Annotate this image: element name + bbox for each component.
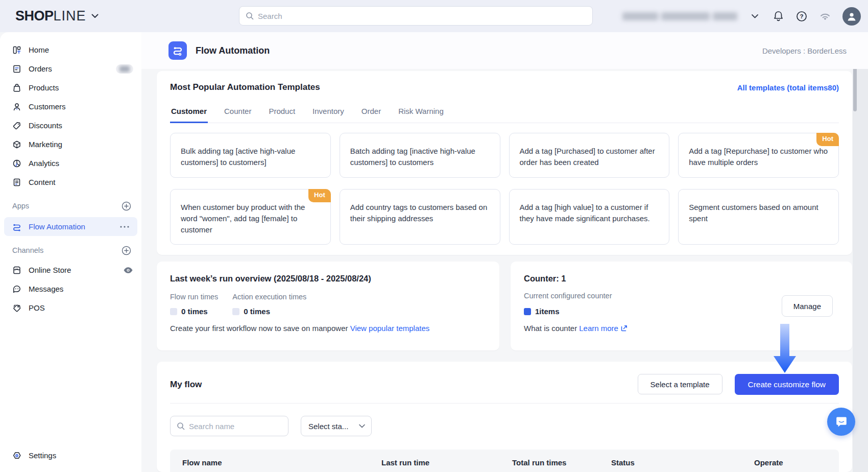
chevron-down-icon[interactable] bbox=[91, 14, 99, 18]
metric-label: Flow run times bbox=[170, 293, 218, 301]
status-filter-value: Select sta... bbox=[308, 422, 348, 431]
metric-flow-run-times: Flow run times 0 times bbox=[170, 293, 218, 316]
network-wifi-icon[interactable] bbox=[819, 10, 831, 22]
view-popular-templates-link[interactable]: View popular templates bbox=[350, 324, 430, 333]
products-icon bbox=[12, 83, 21, 92]
chat-widget-button[interactable] bbox=[827, 408, 855, 436]
annotation-arrow-down bbox=[774, 324, 796, 373]
sidebar: Home Orders Products Customers Discounts… bbox=[0, 32, 141, 472]
tab-risk-warning[interactable]: Risk Warning bbox=[397, 103, 445, 123]
template-tabs: Customer Counter Product Inventory Order… bbox=[170, 103, 839, 123]
sidebar-item-discounts[interactable]: Discounts bbox=[0, 116, 141, 135]
sidebar-item-customers[interactable]: Customers bbox=[0, 97, 141, 116]
screen: SHOPLINE ? bbox=[0, 0, 868, 472]
sidebar-item-label: Content bbox=[29, 178, 56, 186]
counter-value: 1items bbox=[535, 307, 560, 316]
sidebar-item-orders[interactable]: Orders bbox=[0, 59, 141, 78]
column-header-status[interactable]: Status bbox=[611, 458, 754, 467]
sidebar-item-home[interactable]: Home bbox=[0, 40, 141, 59]
breadcrumb: Developers : BorderLess bbox=[762, 46, 847, 55]
flow-search[interactable] bbox=[170, 416, 288, 436]
counter-title: Counter: 1 bbox=[524, 274, 839, 284]
content: Most Popular Automation Templates All te… bbox=[141, 69, 853, 472]
shopline-logo[interactable]: SHOPLINE bbox=[15, 8, 99, 24]
home-icon bbox=[12, 45, 21, 55]
sidebar-item-marketing[interactable]: Marketing bbox=[0, 135, 141, 154]
more-icon[interactable] bbox=[120, 226, 129, 228]
column-header-operate[interactable]: Operate bbox=[754, 458, 783, 467]
notifications-bell-icon[interactable] bbox=[772, 10, 784, 22]
template-card[interactable]: Bulk adding tag [active high-value custo… bbox=[170, 133, 331, 178]
sidebar-item-online-store[interactable]: Online Store bbox=[0, 261, 141, 279]
avatar[interactable] bbox=[842, 7, 861, 26]
visibility-eye-icon[interactable] bbox=[123, 267, 133, 274]
learn-more-link[interactable]: Learn more bbox=[579, 324, 618, 333]
template-card[interactable]: Add a tag [high value] to a customer if … bbox=[509, 189, 670, 245]
orders-icon bbox=[12, 64, 21, 74]
flow-search-input[interactable] bbox=[189, 422, 282, 431]
divider bbox=[170, 403, 839, 404]
search-icon bbox=[177, 422, 185, 430]
sidebar-item-content[interactable]: Content bbox=[0, 173, 141, 192]
select-template-button[interactable]: Select a template bbox=[638, 374, 722, 394]
sidebar-item-label: Messages bbox=[29, 285, 63, 293]
template-card[interactable]: Batch adding tag [inactive high-value cu… bbox=[340, 133, 500, 178]
discounts-icon bbox=[12, 121, 21, 130]
messages-icon bbox=[12, 285, 21, 294]
sidebar-item-flow-automation[interactable]: Flow Automation bbox=[4, 217, 137, 236]
external-link-icon bbox=[620, 324, 628, 332]
sidebar-item-label: Orders bbox=[29, 64, 52, 73]
my-flow-title: My flow bbox=[170, 380, 202, 390]
create-customize-flow-button[interactable]: Create customize flow bbox=[735, 374, 839, 395]
sidebar-item-label: Flow Automation bbox=[29, 222, 85, 231]
template-grid: Bulk adding tag [active high-value custo… bbox=[170, 133, 839, 245]
sidebar-item-label: Home bbox=[29, 45, 49, 54]
sidebar-item-label: Settings bbox=[29, 451, 56, 460]
template-card-text: Batch adding tag [inactive high-value cu… bbox=[350, 147, 475, 167]
all-templates-link[interactable]: All templates (total items80) bbox=[737, 83, 839, 92]
column-header-total-run-times[interactable]: Total run times bbox=[512, 458, 611, 467]
sidebar-item-pos[interactable]: POS bbox=[0, 298, 141, 317]
tab-order[interactable]: Order bbox=[360, 103, 382, 123]
pos-icon bbox=[12, 303, 21, 313]
template-card[interactable]: Add a tag [Purchased] to customer after … bbox=[509, 133, 670, 178]
sidebar-item-label: Analytics bbox=[29, 159, 59, 168]
sidebar-item-analytics[interactable]: Analytics bbox=[0, 154, 141, 173]
topbar: SHOPLINE ? bbox=[0, 0, 868, 32]
svg-text:?: ? bbox=[800, 13, 803, 19]
sidebar-item-messages[interactable]: Messages bbox=[0, 279, 141, 298]
sidebar-item-label: Online Store bbox=[29, 266, 71, 274]
status-filter-select[interactable]: Select sta... bbox=[301, 416, 372, 436]
manage-button[interactable]: Manage bbox=[782, 295, 833, 317]
template-card[interactable]: Add country tags to customers based on t… bbox=[340, 189, 500, 245]
template-card[interactable]: HotWhen customer buy product with the wo… bbox=[170, 189, 331, 245]
template-card[interactable]: Segment customers based on amount spent bbox=[678, 189, 839, 245]
flow-automation-icon bbox=[12, 222, 21, 231]
tab-counter[interactable]: Counter bbox=[223, 103, 252, 123]
add-channel-icon[interactable] bbox=[122, 246, 131, 255]
add-app-icon[interactable] bbox=[122, 201, 131, 211]
tab-inventory[interactable]: Inventory bbox=[311, 103, 345, 123]
hot-badge: Hot bbox=[816, 133, 839, 146]
section-label: Channels bbox=[12, 246, 43, 254]
sidebar-item-products[interactable]: Products bbox=[0, 78, 141, 97]
search-input[interactable] bbox=[258, 12, 586, 20]
metric-value: 0 times bbox=[244, 307, 270, 316]
analytics-icon bbox=[12, 159, 21, 168]
templates-title: Most Popular Automation Templates bbox=[170, 82, 320, 92]
column-header-last-run-time[interactable]: Last run time bbox=[381, 458, 512, 467]
customers-icon bbox=[12, 102, 21, 111]
template-card[interactable]: HotAdd a tag [Repurchase] to customer wh… bbox=[678, 133, 839, 178]
page-title: Flow Automation bbox=[196, 45, 270, 56]
account-chevron-down-icon[interactable] bbox=[749, 10, 761, 22]
column-header-flow-name[interactable]: Flow name bbox=[182, 458, 381, 467]
global-search[interactable] bbox=[239, 6, 593, 26]
legend-swatch bbox=[170, 308, 177, 315]
scrollbar-thumb[interactable] bbox=[853, 65, 857, 111]
tab-product[interactable]: Product bbox=[268, 103, 296, 123]
help-icon[interactable]: ? bbox=[795, 10, 808, 22]
sidebar-section-channels: Channels bbox=[0, 240, 141, 261]
flow-automation-app-icon bbox=[168, 41, 187, 60]
tab-customer[interactable]: Customer bbox=[170, 103, 208, 123]
sidebar-item-settings[interactable]: Settings bbox=[0, 446, 141, 465]
